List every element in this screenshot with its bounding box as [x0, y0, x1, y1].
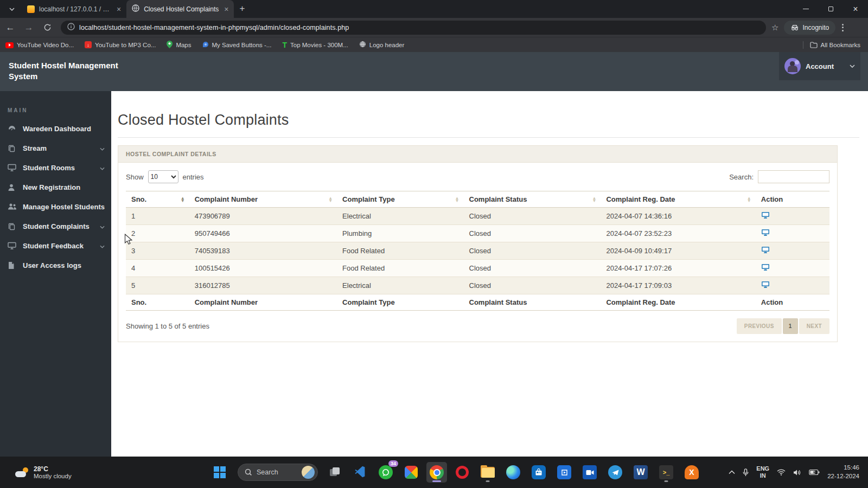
- column-header-complaint-number[interactable]: Complaint Number▲▼: [189, 191, 337, 208]
- bookmark-item[interactable]: TTop Movies - 300M...: [282, 41, 348, 49]
- whatsapp-icon[interactable]: 34: [375, 462, 396, 483]
- system-tray: ENGIN 15:46 22-12-2024: [729, 464, 859, 480]
- incognito-label: Incognito: [802, 24, 829, 31]
- monitor-icon[interactable]: [761, 213, 770, 221]
- cell-sno: 2: [126, 225, 189, 242]
- tab-phpmyadmin[interactable]: localhost / 127.0.0.1 / hostel | p ×: [22, 0, 126, 18]
- table-cell: 950749466: [189, 225, 337, 242]
- monitor-icon: [8, 242, 17, 249]
- file-explorer-icon[interactable]: [477, 462, 498, 483]
- chrome-icon[interactable]: [426, 462, 447, 483]
- minimize-button[interactable]: [793, 0, 818, 18]
- volume-icon[interactable]: [793, 469, 801, 476]
- table-row: 3740539183Food RelatedClosed2024-04-09 1…: [126, 242, 829, 260]
- forward-icon[interactable]: →: [21, 20, 37, 35]
- tray-chevron-up-icon[interactable]: [729, 470, 735, 474]
- monitor-icon[interactable]: [761, 247, 770, 255]
- sidebar-item-student-feedback[interactable]: Student Feedback: [0, 236, 111, 255]
- reload-icon[interactable]: [39, 20, 55, 35]
- movies-tv-icon[interactable]: [554, 462, 575, 483]
- site-info-icon[interactable]: [67, 23, 75, 33]
- incognito-badge: Incognito: [784, 21, 835, 35]
- sidebar-item-student-rooms[interactable]: Student Rooms: [0, 158, 111, 177]
- browser-menu-icon[interactable]: [842, 24, 844, 31]
- monitor-icon[interactable]: [761, 282, 770, 290]
- sidebar-item-manage-hostel-students[interactable]: Manage Hostel Students: [0, 197, 111, 216]
- table-cell: 100515426: [189, 260, 337, 277]
- terminal-icon[interactable]: >_: [656, 462, 676, 483]
- sidebar-item-student-complaints[interactable]: Student Complaints: [0, 216, 111, 236]
- tab-close-icon[interactable]: ×: [117, 5, 121, 13]
- telegram-icon[interactable]: [605, 462, 626, 483]
- back-icon[interactable]: ←: [2, 20, 18, 35]
- table-header: Sno.▲▼Complaint Number▲▼Complaint Type▲▼…: [126, 191, 829, 208]
- bookmark-item[interactable]: My Saved Buttons -...: [202, 41, 272, 49]
- restore-button[interactable]: [818, 0, 843, 18]
- video-app-icon[interactable]: [579, 462, 600, 483]
- ms-store-icon[interactable]: [528, 462, 549, 483]
- cell-action: [756, 242, 829, 260]
- bookmark-item[interactable]: ↓YouTube to MP3 Co...: [85, 41, 156, 49]
- sidebar-item-new-registration[interactable]: New Registration: [0, 177, 111, 197]
- browser-toolbar: ← → localhost/student-hostel-management-…: [0, 18, 868, 37]
- weather-widget[interactable]: 28°C Mostly cloudy: [15, 465, 124, 479]
- account-menu[interactable]: Account: [779, 52, 860, 80]
- table-cell: Closed: [464, 208, 601, 225]
- new-tab-button[interactable]: +: [239, 3, 245, 14]
- search-input[interactable]: [758, 170, 829, 183]
- battery-icon[interactable]: [809, 469, 820, 476]
- taskbar-search-placeholder: Search: [257, 468, 278, 476]
- chevron-down-icon: [100, 221, 105, 231]
- tab-close-icon[interactable]: ×: [224, 5, 228, 13]
- monitor-icon[interactable]: [761, 230, 770, 238]
- sidebar-item-user-access-logs[interactable]: User Access logs: [0, 255, 111, 275]
- column-header-sno-[interactable]: Sno.▲▼: [126, 191, 189, 208]
- bookmark-star-icon[interactable]: ☆: [771, 23, 778, 33]
- opera-icon[interactable]: [452, 462, 473, 483]
- wifi-icon[interactable]: [777, 469, 786, 476]
- sidebar-item-stream[interactable]: Stream: [0, 138, 111, 158]
- monitor-icon[interactable]: [761, 265, 770, 273]
- page-size-select[interactable]: 10: [148, 170, 178, 183]
- globe-favicon: [132, 4, 139, 14]
- windows-logo-icon: [214, 466, 226, 478]
- bookmark-item[interactable]: Logo header: [359, 41, 405, 49]
- bookmark-item[interactable]: YouTube Video Do...: [5, 41, 74, 48]
- vscode-icon[interactable]: [350, 462, 371, 483]
- previous-page-button[interactable]: Previous: [737, 318, 782, 334]
- table-cell: Food Related: [337, 242, 463, 260]
- show-label: Show: [126, 173, 144, 181]
- close-button[interactable]: ×: [843, 0, 868, 18]
- table-cell: Closed: [464, 242, 601, 260]
- microphone-icon[interactable]: [743, 468, 749, 477]
- tab-search-chevron-icon[interactable]: [4, 3, 20, 16]
- xampp-icon[interactable]: X: [681, 462, 702, 483]
- clock[interactable]: 15:46 22-12-2024: [827, 464, 859, 480]
- edge-icon[interactable]: [503, 462, 524, 483]
- sidebar-item-label: Stream: [23, 144, 94, 152]
- column-header-complaint-reg-date[interactable]: Complaint Reg. Date▲▼: [601, 191, 755, 208]
- language-indicator[interactable]: ENGIN: [756, 465, 769, 479]
- word-icon[interactable]: W: [630, 462, 651, 483]
- sidebar-item-wareden-dashboard[interactable]: Wareden Dashboard: [0, 119, 111, 138]
- all-bookmarks-button[interactable]: All Bookmarks: [810, 42, 861, 48]
- table-row: 4100515426Food RelatedClosed2024-04-17 1…: [126, 260, 829, 277]
- cell-action: [756, 260, 829, 277]
- entries-summary: Showing 1 to 5 of 5 entries: [126, 322, 209, 330]
- task-view-icon[interactable]: [324, 462, 345, 483]
- tab-closed-hostel-complaints[interactable]: Closed Hostel Complaints ×: [126, 0, 234, 18]
- browser-tab-strip: localhost / 127.0.0.1 / hostel | p × Clo…: [0, 0, 868, 18]
- current-page-button[interactable]: 1: [783, 318, 798, 334]
- colorful-app-icon[interactable]: [401, 462, 422, 483]
- globe-icon: [359, 41, 366, 49]
- start-button[interactable]: [209, 462, 230, 483]
- table-footer: Sno.Complaint NumberComplaint TypeCompla…: [126, 294, 829, 311]
- tab-title: Closed Hostel Complaints: [144, 5, 220, 13]
- bookmark-item[interactable]: Maps: [167, 41, 191, 49]
- url-bar[interactable]: localhost/student-hostel-management-syst…: [61, 21, 766, 35]
- next-page-button[interactable]: Next: [799, 318, 829, 334]
- column-header-complaint-type[interactable]: Complaint Type▲▼: [337, 191, 463, 208]
- taskbar-search[interactable]: Search: [238, 464, 318, 481]
- column-header-complaint-status[interactable]: Complaint Status▲▼: [464, 191, 601, 208]
- table-cell: Plumbing: [337, 225, 463, 242]
